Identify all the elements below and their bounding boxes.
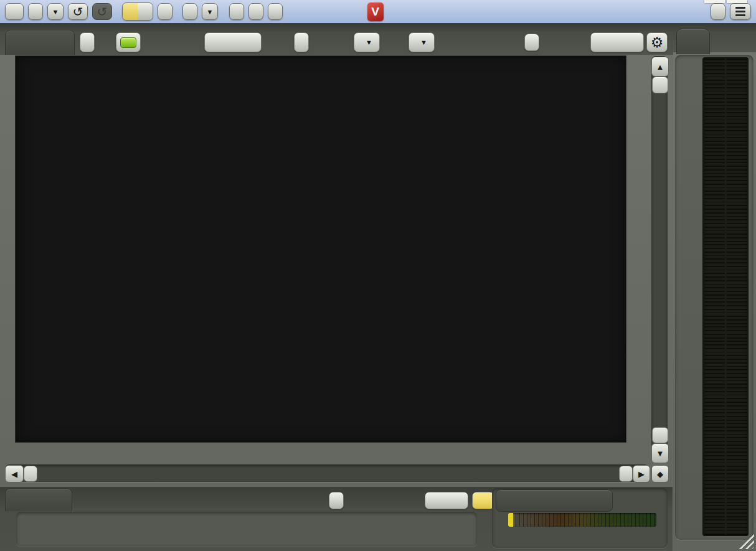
stereo-button[interactable] [229,3,244,20]
help-button[interactable] [5,3,24,20]
tab-out[interactable] [676,29,710,54]
static-dropdown-button[interactable]: ▼ [354,32,380,52]
import-dropdown-button[interactable]: ▼ [409,32,435,52]
horizontal-scrollbar-track[interactable] [5,464,649,482]
chevron-down-icon: ▼ [366,39,372,46]
a-to-b-copy-button[interactable] [158,3,172,20]
scroll-up-button[interactable]: ▲ [651,57,669,77]
channel-label-left [704,537,725,550]
routing-button[interactable] [182,3,197,20]
scroll-down-button[interactable]: ▼ [651,443,669,463]
title-bar: ▼ ↺ ↺ ▼ V [0,0,756,24]
gear-icon: ⚙ [651,35,664,50]
correlation-title [496,489,613,512]
export-target-button[interactable] [524,34,539,51]
tab-spectrum[interactable] [5,30,75,57]
routing-dropdown-button[interactable]: ▼ [202,3,218,20]
spectrum-svg [16,56,626,442]
menu-button[interactable] [730,3,751,20]
db-axis [626,56,651,442]
vertical-scrollbar-thumb-top[interactable] [652,77,668,93]
settings-button[interactable]: ⚙ [646,32,668,52]
green-led-icon [120,37,136,48]
spectrum-enable-toggle[interactable] [116,32,141,52]
peak-marker-right[interactable] [727,0,747,3]
metering-mode-button[interactable] [425,492,468,509]
vertical-scrollbar-track[interactable] [651,56,668,462]
presets-button[interactable] [28,3,43,20]
copy-button[interactable] [268,3,283,20]
ab-switch-b[interactable] [138,3,153,20]
frequency-axis [16,442,626,463]
horizontal-scrollbar-thumb-right[interactable] [619,466,633,482]
span-plus-window: ▼ ↺ ↺ ▼ V ▼ ▼ ⚙ [0,0,756,551]
peak-marker-left[interactable] [704,0,725,3]
meter-bar-left [704,59,725,535]
true-peak-toggle-button[interactable] [472,492,494,509]
underlay-select-button[interactable] [204,32,262,52]
voxengo-logo: V [367,2,384,21]
correlation-indicator [508,513,513,527]
chevron-down-icon: ▼ [420,39,427,46]
scroll-right-button[interactable]: ▶ [633,465,650,483]
vertical-scrollbar-thumb-bottom[interactable] [652,427,668,443]
presets-dropdown-button[interactable]: ▼ [47,3,64,20]
zoom-reset-button[interactable]: ◆ [651,465,669,483]
ab-switch[interactable] [122,2,153,21]
wide-button[interactable] [711,3,725,20]
redo-icon[interactable]: ↺ [92,3,112,20]
mode-select-button[interactable] [590,32,644,52]
tab-statistics[interactable] [5,488,72,511]
meter-bar-right [727,59,747,535]
correlation-bar [508,513,656,527]
hamburger-icon [735,7,745,16]
solo-button[interactable] [248,3,263,20]
reset-button[interactable] [329,492,344,509]
save-png-button[interactable] [294,32,309,52]
ab-switch-a[interactable] [123,3,138,20]
hold-button[interactable] [80,32,95,52]
spectrum-display[interactable] [16,56,626,442]
scroll-left-button[interactable]: ◀ [5,465,24,483]
undo-icon[interactable]: ↺ [68,3,88,20]
horizontal-scrollbar-thumb-left[interactable] [24,466,37,482]
